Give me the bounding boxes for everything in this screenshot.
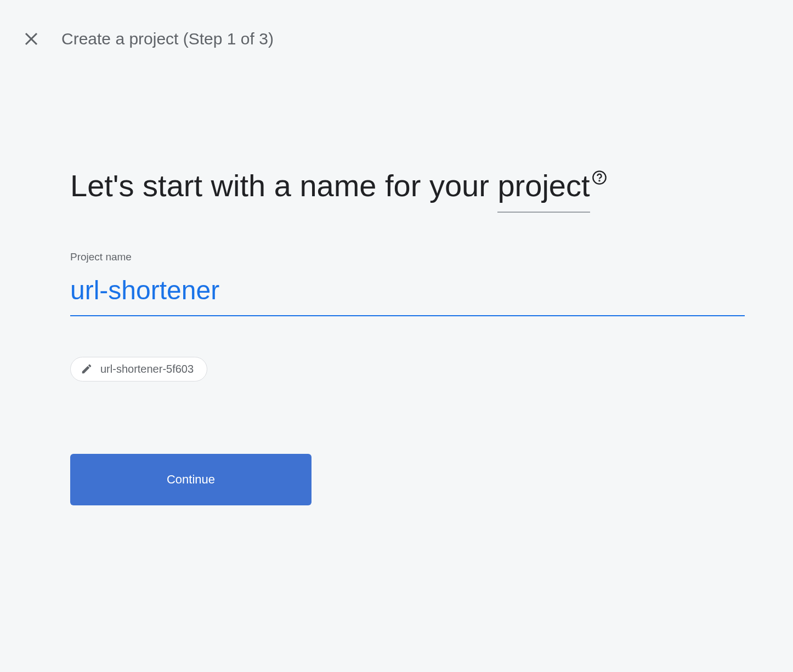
svg-point-3 <box>599 181 599 181</box>
header: Create a project (Step 1 of 3) <box>0 0 793 52</box>
project-word[interactable]: project <box>497 161 590 213</box>
project-name-label: Project name <box>70 251 729 263</box>
header-title: Create a project (Step 1 of 3) <box>61 30 274 48</box>
content: Let's start with a name for your project… <box>0 52 729 505</box>
project-name-field-group: Project name <box>70 251 729 316</box>
close-button[interactable] <box>19 26 44 52</box>
project-id-text: url-shortener-5f603 <box>100 363 194 375</box>
continue-button[interactable]: Continue <box>70 454 311 505</box>
close-icon <box>23 31 39 47</box>
pencil-icon <box>81 363 93 375</box>
help-icon[interactable] <box>592 170 607 185</box>
heading-prefix: Let's start with a name for your <box>70 168 497 203</box>
project-name-input[interactable] <box>70 271 745 316</box>
main-heading: Let's start with a name for your project <box>70 161 729 213</box>
project-id-chip[interactable]: url-shortener-5f603 <box>70 357 207 381</box>
